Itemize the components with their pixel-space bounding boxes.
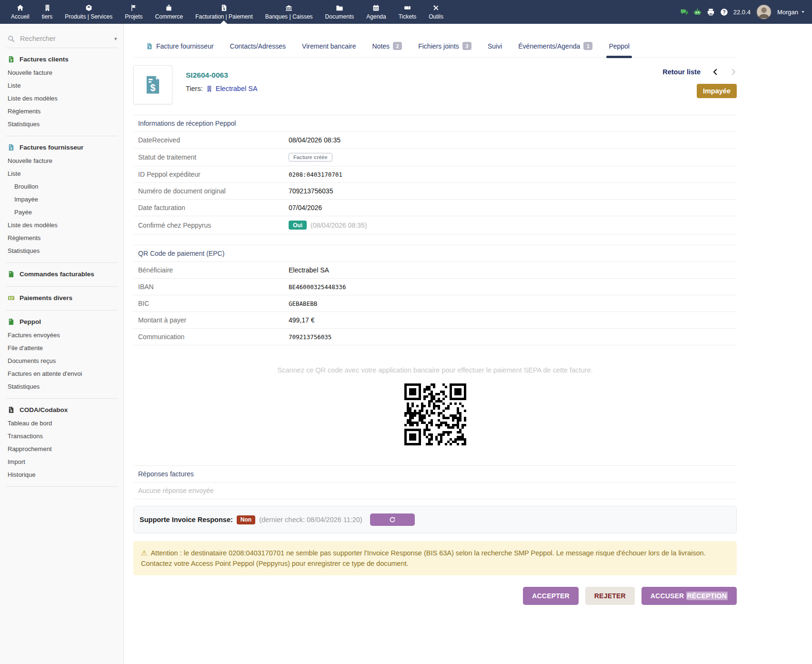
nav-item-accueil[interactable]: Accueil	[5, 0, 36, 24]
sidebar-item-statistiques[interactable]: Statistiques	[6, 380, 118, 393]
nav-item-commerce[interactable]: Commerce	[149, 0, 190, 24]
sidebar-item-liste[interactable]: Liste	[6, 79, 118, 92]
invoice-doc-icon: $	[8, 56, 15, 63]
sidebar-item-file-d-attente[interactable]: File d'attente	[6, 342, 118, 354]
tab-notes[interactable]: Notes2	[364, 36, 410, 57]
sidebar-item-transactions[interactable]: Transactions	[6, 430, 118, 443]
nav-item-produits-services[interactable]: Produits | Services	[59, 0, 119, 24]
nav-item-agenda[interactable]: Agenda	[360, 0, 392, 24]
field-value-text: 709213756035	[289, 187, 333, 195]
tab-count-badge: 3	[462, 42, 471, 50]
tab-suivi[interactable]: Suivi	[480, 37, 510, 57]
sidebar-item-import[interactable]: Import	[6, 455, 118, 468]
invoice-response-panel: Supporte Invoice Response: Non (dernier …	[133, 506, 737, 533]
action-accuser-r-ception[interactable]: ACCUSER RÉCEPTION	[642, 587, 737, 605]
invoice-banner: $ SI2604-0063 Tiers: Electrabel SA Retou…	[133, 65, 737, 104]
field-value: Facture créée	[289, 153, 332, 161]
sidebar-section-title-coda-codabox[interactable]: $CODA/Codabox	[6, 403, 118, 417]
field-value: Oui(08/04/2026 08:35)	[289, 221, 367, 230]
action-buttons: ACCEPTERREJETERACCUSER RÉCEPTION	[133, 587, 737, 605]
warning-text: Attention : le destinataire 0208:0403170…	[141, 549, 706, 567]
support-label: Supporte Invoice Response:	[140, 516, 233, 523]
sidebar-section-title-peppol[interactable]: Peppol	[6, 315, 118, 329]
tab-label: Peppol	[609, 42, 630, 50]
nav-item-label: Banques | Caisses	[265, 13, 313, 20]
sidebar-section-label: Paiements divers	[20, 294, 72, 302]
back-to-list-link[interactable]: Retour liste	[662, 68, 701, 76]
field-value: 07/04/2026	[289, 204, 322, 211]
sidebar-section-title-commandes-facturables[interactable]: Commandes facturables	[6, 267, 118, 281]
product-icon	[85, 4, 92, 11]
sidebar-section-title-factures-clients[interactable]: $Factures clients	[6, 52, 118, 66]
sidebar-item-liste[interactable]: Liste	[6, 167, 118, 180]
field-value-text: 709213756035	[289, 333, 331, 341]
sidebar-item-brouillon[interactable]: Brouillon	[6, 180, 118, 193]
action-accepter[interactable]: ACCEPTER	[523, 587, 579, 605]
search-icon	[8, 35, 15, 42]
nav-item-facturation-paiement[interactable]: $Facturation | Paiement	[189, 0, 259, 24]
sidebar-item-documents-re-us[interactable]: Documents reçus	[6, 354, 118, 367]
tab-facture-fournisseur[interactable]: $Facture fournisseur	[138, 37, 222, 57]
refresh-button[interactable]	[370, 513, 415, 526]
tiers-label: Tiers:	[186, 85, 203, 92]
main-content: $Facture fournisseurContacts/AdressesVir…	[124, 24, 812, 664]
field-value-text: BE46000325448336	[289, 283, 346, 291]
user-menu[interactable]: Morgan	[777, 9, 805, 16]
sidebar-item-liste-des-mod-les[interactable]: Liste des modèles	[6, 219, 118, 231]
nav-item-label: Agenda	[366, 13, 386, 20]
avatar[interactable]	[756, 4, 772, 20]
nav-item-tickets[interactable]: Tickets	[392, 0, 423, 24]
tiers-link[interactable]: Electrabel SA	[216, 85, 258, 92]
sidebar-section-title-paiements-divers[interactable]: $Paiements divers	[6, 291, 118, 305]
tab-fichiers-joints[interactable]: Fichiers joints3	[410, 36, 480, 57]
printer-icon[interactable]	[707, 8, 715, 16]
company-icon	[206, 85, 213, 92]
qr-payment-table: QR Code de paiement (EPC) BénéficiaireEl…	[133, 245, 737, 345]
warning-icon: ⚠	[141, 549, 147, 557]
action-rejeter[interactable]: REJETER	[585, 587, 635, 605]
sidebar-item-tableau-de-bord[interactable]: Tableau de bord	[6, 417, 118, 430]
tab-contacts-adresses[interactable]: Contacts/Adresses	[222, 37, 294, 57]
sidebar-item-r-glements[interactable]: Règlements	[6, 105, 118, 118]
sidebar-item-historique[interactable]: Historique	[6, 468, 118, 481]
robot-icon[interactable]	[693, 8, 702, 16]
tab-peppol[interactable]: Peppol	[601, 37, 638, 57]
nav-item-documents[interactable]: Documents	[319, 0, 361, 24]
nav-item-banques-caisses[interactable]: Banques | Caisses	[259, 0, 319, 24]
sidebar-item-nouvelle-facture[interactable]: Nouvelle facture	[6, 66, 118, 79]
tools-icon	[432, 4, 440, 11]
chat-icon[interactable]	[680, 8, 688, 16]
tab-count-badge: 2	[393, 42, 402, 50]
invoice-icon: $	[221, 4, 228, 11]
sidebar-section-label: CODA/Codabox	[20, 406, 68, 413]
sidebar-item-impay-e[interactable]: Impayée	[6, 193, 118, 206]
nav-item-outils[interactable]: Outils	[422, 0, 450, 24]
reception-info-table: Informations de réception Peppol DateRec…	[133, 115, 737, 234]
help-icon[interactable]: ?	[720, 8, 728, 16]
sidebar-item-statistiques[interactable]: Statistiques	[6, 118, 118, 131]
tab-virement-bancaire[interactable]: Virement bancaire	[294, 37, 364, 57]
sidebar-section-title-factures-fournisseur[interactable]: $Factures fournisseur	[6, 141, 118, 154]
sidebar-item-r-glements[interactable]: Règlements	[6, 231, 118, 244]
chevron-down-icon	[801, 10, 805, 14]
sidebar-item-liste-des-mod-les[interactable]: Liste des modèles	[6, 92, 118, 105]
sidebar-item-statistiques[interactable]: Statistiques	[6, 244, 118, 257]
tab-v-nements-agenda[interactable]: Événements/Agenda1	[510, 36, 601, 57]
sidebar-item-rapprochement[interactable]: Rapprochement	[6, 443, 118, 455]
field-label: BIC	[138, 300, 289, 307]
nav-item-tiers[interactable]: tiers	[36, 0, 59, 24]
sidebar-section-coda-codabox: $CODA/CodaboxTableau de bordTransactions…	[6, 399, 118, 487]
sidebar-item-pay-e[interactable]: Payée	[6, 206, 118, 219]
nav-item-label: Commerce	[155, 13, 183, 20]
sidebar-section-factures-fournisseur: $Factures fournisseurNouvelle factureLis…	[6, 136, 118, 263]
search-dropdown-caret[interactable]: ▾	[114, 36, 117, 42]
previous-record-icon[interactable]	[712, 69, 719, 75]
home-icon	[17, 4, 24, 11]
reception-row-datereceived: DateReceived08/04/2026 08:35	[133, 132, 737, 149]
sidebar-item-factures-en-attente-d-envoi[interactable]: Factures en attente d'envoi	[6, 367, 118, 380]
nav-item-projets[interactable]: Projets	[119, 0, 149, 24]
search-input[interactable]	[19, 34, 110, 43]
sidebar-item-nouvelle-facture[interactable]: Nouvelle facture	[6, 154, 118, 167]
sidebar-item-factures-envoy-es[interactable]: Factures envoyées	[6, 329, 118, 342]
qr-hint-text: Scannez ce QR code avec votre applicatio…	[133, 366, 737, 374]
